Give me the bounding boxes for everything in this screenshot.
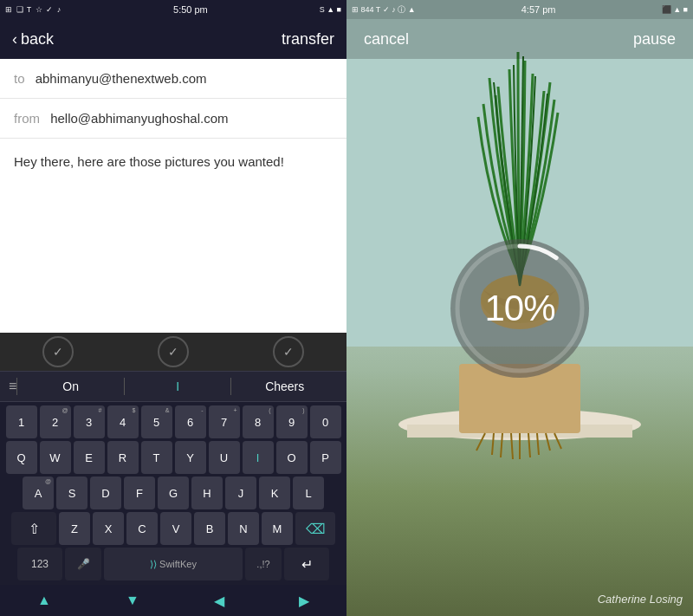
left-panel: ⊞ ❑ T ☆ ✓ ♪ 5:50 pm S ▲ ■ ‹ back transfe… xyxy=(0,0,346,616)
nav-bar-left: ‹ back transfer xyxy=(0,19,346,59)
keyboard-area: ≡ On I Cheers 1 2@ 3# 4$ 5& 6- 7+ 8( 9) … xyxy=(0,371,346,585)
key-j[interactable]: J xyxy=(225,477,256,509)
home-nav-btn[interactable]: ▼ xyxy=(126,593,139,608)
punct-key[interactable]: .,!? xyxy=(245,548,282,580)
key-v[interactable]: V xyxy=(160,512,191,545)
watermark: Catherine Losing xyxy=(598,593,683,606)
status-right-left-icons: ⊞ 844 T ✓ ♪ ⓘ ▲ xyxy=(352,4,416,16)
suggestion-on[interactable]: On xyxy=(17,379,124,393)
key-9[interactable]: 9) xyxy=(276,405,308,438)
toolbar-icon-3[interactable]: ✓ xyxy=(273,336,304,367)
status-bar-left: ⊞ ❑ T ☆ ✓ ♪ 5:50 pm S ▲ ■ xyxy=(0,0,346,19)
progress-text: 10% xyxy=(484,288,554,329)
key-o[interactable]: O xyxy=(276,441,308,474)
key-t[interactable]: T xyxy=(141,441,172,474)
key-5[interactable]: 5& xyxy=(141,405,172,438)
number-row: 1 2@ 3# 4$ 5& 6- 7+ 8( 9) 0 xyxy=(2,405,345,438)
key-d[interactable]: D xyxy=(90,477,121,509)
back-button[interactable]: ‹ back xyxy=(12,30,54,49)
key-f[interactable]: F xyxy=(124,477,155,509)
key-b[interactable]: B xyxy=(194,512,225,545)
back-label[interactable]: back xyxy=(21,30,54,49)
status-right-right-icons: ⬛ ▲ ■ xyxy=(662,5,688,14)
from-value: hello@abhimanyughoshal.com xyxy=(50,111,228,126)
key-2[interactable]: 2@ xyxy=(40,405,71,438)
key-i[interactable]: I xyxy=(243,441,274,474)
key-m[interactable]: M xyxy=(262,512,293,545)
status-time-right: 4:57 pm xyxy=(521,4,556,15)
back-nav-btn[interactable]: ▲ xyxy=(37,593,51,608)
suggestion-cursor: I xyxy=(125,379,231,393)
bottom-nav-left: ▲ ▼ ◀ ▶ xyxy=(0,585,346,616)
key-g[interactable]: G xyxy=(158,477,189,509)
key-3[interactable]: 3# xyxy=(74,405,105,438)
chevron-left-icon: ‹ xyxy=(12,30,17,49)
backspace-key[interactable]: ⌫ xyxy=(295,512,335,545)
shift-key[interactable]: ⇧ xyxy=(11,512,56,545)
nav-title: transfer xyxy=(282,30,334,49)
toolbar-icon-2[interactable]: ✓ xyxy=(158,336,189,367)
key-u[interactable]: U xyxy=(209,441,240,474)
swiftkey-logo: ⟩⟩SwiftKey xyxy=(104,548,243,580)
email-from-row: from hello@abhimanyughoshal.com xyxy=(0,99,346,139)
key-a[interactable]: A@ xyxy=(23,477,54,509)
key-1[interactable]: 1 xyxy=(6,405,37,438)
key-e[interactable]: E xyxy=(74,441,105,474)
key-s[interactable]: S xyxy=(56,477,87,509)
menu-nav-btn[interactable]: ▶ xyxy=(299,593,309,609)
key-p[interactable]: P xyxy=(310,441,341,474)
to-label: to xyxy=(14,71,25,86)
key-7[interactable]: 7+ xyxy=(209,405,240,438)
enter-key[interactable]: ↵ xyxy=(284,548,329,580)
key-n[interactable]: N xyxy=(228,512,259,545)
num-switch-key[interactable]: 123 xyxy=(17,548,62,580)
suggestion-row: ≡ On I Cheers xyxy=(0,371,346,402)
progress-overlay: 10% xyxy=(346,0,693,616)
key-6[interactable]: 6- xyxy=(175,405,206,438)
key-q[interactable]: Q xyxy=(6,441,37,474)
pause-button[interactable]: pause xyxy=(633,30,676,49)
key-y[interactable]: Y xyxy=(175,441,206,474)
email-body: Hey there, here are those pictures you w… xyxy=(0,139,346,186)
key-z[interactable]: Z xyxy=(59,512,90,545)
key-l[interactable]: L xyxy=(293,477,324,509)
email-to-row: to abhimanyu@thenextweb.com xyxy=(0,59,346,99)
asdf-row: A@ S D F G H J K L xyxy=(2,477,345,509)
progress-circle: 10% xyxy=(450,239,589,378)
email-toolbar: ✓ ✓ ✓ xyxy=(0,333,346,371)
right-nav-bar: cancel pause xyxy=(346,19,693,59)
status-right-icons: S ▲ ■ xyxy=(320,5,341,14)
key-c[interactable]: C xyxy=(126,512,158,545)
email-content: to abhimanyu@thenextweb.com from hello@a… xyxy=(0,59,346,333)
status-time-left: 5:50 pm xyxy=(173,4,208,15)
to-value: abhimanyu@thenextweb.com xyxy=(36,71,207,86)
key-h[interactable]: H xyxy=(191,477,223,509)
recents-nav-btn[interactable]: ◀ xyxy=(214,593,224,609)
key-4[interactable]: 4$ xyxy=(107,405,139,438)
zxcv-row: ⇧ Z X C V B N M ⌫ xyxy=(2,512,345,545)
key-0[interactable]: 0 xyxy=(310,405,341,438)
status-bar-right: ⊞ 844 T ✓ ♪ ⓘ ▲ 4:57 pm ⬛ ▲ ■ xyxy=(346,0,693,19)
key-k[interactable]: K xyxy=(259,477,290,509)
right-panel: ⊞ 844 T ✓ ♪ ⓘ ▲ 4:57 pm ⬛ ▲ ■ cancel pau… xyxy=(346,0,693,616)
toolbar-icon-1[interactable]: ✓ xyxy=(42,336,74,367)
key-8[interactable]: 8( xyxy=(243,405,274,438)
suggestion-menu-icon: ≡ xyxy=(9,379,16,394)
key-r[interactable]: R xyxy=(107,441,139,474)
cancel-button[interactable]: cancel xyxy=(364,30,409,49)
status-left-icons: ⊞ ❑ T ☆ ✓ ♪ xyxy=(5,5,62,14)
mic-key[interactable]: 🎤 xyxy=(65,548,101,580)
keyboard-rows: 1 2@ 3# 4$ 5& 6- 7+ 8( 9) 0 Q W E R T Y … xyxy=(0,402,346,585)
key-x[interactable]: X xyxy=(93,512,124,545)
key-w[interactable]: W xyxy=(40,441,71,474)
bottom-key-row: 123 🎤 ⟩⟩SwiftKey .,!? ↵ xyxy=(2,548,345,580)
suggestion-cheers[interactable]: Cheers xyxy=(231,379,338,393)
from-label: from xyxy=(14,111,40,126)
qwerty-row: Q W E R T Y U I O P xyxy=(2,441,345,474)
